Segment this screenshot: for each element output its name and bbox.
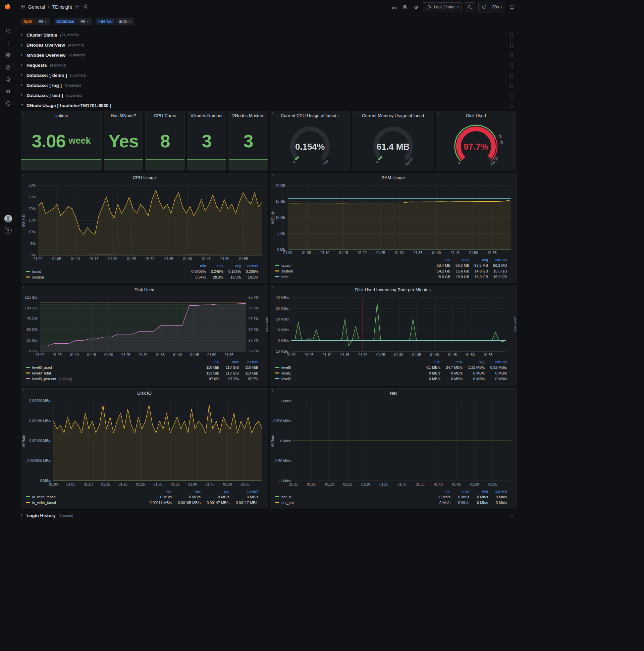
legend-series-level1[interactable]: level1: [275, 371, 418, 375]
breadcrumb-title[interactable]: TDinsight: [52, 4, 72, 10]
chart-plot-cpu[interactable]: 01:0001:0501:1001:1501:2001:2501:3001:35…: [21, 182, 268, 262]
panel-title[interactable]: Disk IO: [21, 389, 268, 398]
legend-col-avg[interactable]: avg: [469, 489, 488, 493]
save-dashboard-button[interactable]: [401, 4, 409, 10]
panel-title[interactable]: CPU Cores: [146, 111, 185, 120]
create-plus-icon[interactable]: [5, 40, 11, 46]
panel-title[interactable]: Disk Used Increasing Rate per Minute▾: [270, 285, 516, 294]
panel-title[interactable]: Disk Used: [437, 111, 516, 120]
configuration-gear-icon[interactable]: [5, 88, 11, 94]
legend-series-level0_total[interactable]: level0_total: [26, 371, 200, 375]
legend-col-max[interactable]: max: [206, 264, 223, 268]
row-database-log-[interactable]: ›Database: [ log ](5 panels): [21, 81, 517, 90]
legend-col-max[interactable]: max: [450, 489, 469, 493]
chart-plot-ram[interactable]: 01:0001:0501:1001:1501:2001:2501:3001:35…: [270, 182, 516, 256]
tv-mode-button[interactable]: [508, 4, 516, 10]
variable-value-Interval[interactable]: auto▾: [116, 18, 133, 25]
help-icon[interactable]: ?: [5, 227, 12, 234]
variable-label-Database[interactable]: Database: [54, 18, 77, 25]
legend-col-avg[interactable]: avg: [201, 489, 229, 493]
legend-col-avg[interactable]: avg: [469, 258, 488, 262]
legend-col-current[interactable]: current: [485, 360, 507, 364]
row-drag-handle-icon[interactable]: [510, 103, 513, 108]
row-mnodes-overview[interactable]: ›MNodes Overview(2 panels): [21, 50, 517, 60]
row-drag-handle-icon[interactable]: [510, 53, 513, 58]
legend-col-avg[interactable]: avg: [223, 264, 241, 268]
row-drag-handle-icon[interactable]: [510, 33, 513, 38]
legend-col-current[interactable]: current: [241, 264, 258, 268]
grafana-logo-icon[interactable]: [4, 3, 12, 13]
star-dashboard-icon[interactable]: ☆: [75, 4, 79, 10]
row-cluster-status[interactable]: ›Cluster Status(21 panels): [21, 30, 517, 40]
alerting-bell-icon[interactable]: [5, 76, 11, 82]
panel-title[interactable]: RAM Usage: [270, 173, 516, 182]
row-database-demo-[interactable]: ›Database: [ demo ](5 panels): [21, 70, 517, 80]
server-admin-shield-icon[interactable]: [5, 100, 11, 106]
legend-series-taosd[interactable]: taosd: [275, 264, 432, 268]
chart-plot-disk_io[interactable]: 01:0001:0501:1001:1501:2001:2501:3001:35…: [21, 398, 268, 488]
legend-col-max[interactable]: max: [441, 360, 462, 364]
row-database-test-[interactable]: ›Database: [ test ](5 panels): [21, 91, 517, 100]
legend-series-taosd[interactable]: taosd: [26, 270, 189, 274]
refresh-button[interactable]: [479, 2, 489, 12]
variable-value-Database[interactable]: All▾: [77, 18, 92, 25]
explore-compass-icon[interactable]: [5, 64, 11, 70]
dashboards-grid-icon[interactable]: [5, 52, 11, 58]
breadcrumb-section[interactable]: General: [28, 4, 45, 10]
legend-series-system[interactable]: system: [26, 275, 189, 279]
legend-col-max[interactable]: max: [172, 489, 201, 493]
legend-series-io_write_taosd[interactable]: io_write_taosd: [26, 501, 143, 505]
panel-title[interactable]: Uptime: [21, 111, 101, 120]
legend-series-level0_used[interactable]: level0_used: [26, 366, 200, 369]
row-dnodes-overview[interactable]: ›DNodes Overview(4 panels): [21, 40, 517, 50]
user-avatar[interactable]: [4, 215, 12, 222]
legend-series-total[interactable]: total: [275, 275, 432, 279]
legend-series-io_read_taosd[interactable]: io_read_taosd: [26, 495, 143, 499]
variable-label-Interval[interactable]: Interval: [96, 18, 116, 25]
chart-plot-disk_rate[interactable]: 01:0001:0501:1001:1501:2001:2501:3001:35…: [270, 294, 516, 358]
panel-title[interactable]: VNodes Number: [187, 111, 226, 120]
legend-col-min[interactable]: min: [200, 360, 219, 364]
panel-title[interactable]: Current CPU Usage of taosd▾: [270, 111, 350, 120]
row-drag-handle-icon[interactable]: [510, 42, 513, 48]
legend-series-net_out[interactable]: net_out: [275, 501, 432, 505]
legend-col-current[interactable]: current: [488, 489, 507, 493]
row-requests[interactable]: ›Requests(4 panels): [21, 60, 517, 70]
legend-col-max[interactable]: max: [450, 258, 469, 262]
panel-title[interactable]: Disk Used: [21, 285, 268, 294]
zoom-out-button[interactable]: [465, 2, 475, 12]
legend-series-system[interactable]: system: [275, 269, 432, 273]
variable-label-fqdn[interactable]: fqdn: [21, 18, 35, 25]
row-drag-handle-icon[interactable]: [510, 93, 513, 98]
legend-col-min[interactable]: min: [143, 489, 172, 493]
legend-col-min[interactable]: min: [432, 258, 450, 262]
variable-value-fqdn[interactable]: All▾: [36, 18, 50, 25]
dashboard-settings-button[interactable]: [412, 4, 420, 10]
panel-title[interactable]: Net: [270, 389, 516, 398]
legend-col-min[interactable]: min: [418, 360, 441, 364]
legend-col-current[interactable]: current: [488, 258, 507, 262]
row-drag-handle-icon[interactable]: [510, 63, 513, 68]
legend-series-level0[interactable]: level0: [275, 366, 418, 369]
refresh-interval-picker[interactable]: 30s▾: [489, 2, 505, 12]
search-icon[interactable]: [5, 28, 11, 34]
legend-col-max[interactable]: max: [219, 360, 239, 364]
legend-series-level0_percent[interactable]: level0_percent (right-y): [26, 377, 200, 381]
panel-title[interactable]: Current Memory Usage of taosd: [352, 111, 434, 120]
legend-col-min[interactable]: min: [432, 489, 450, 493]
chart-plot-disk_used[interactable]: 01:0001:0501:1001:1501:2001:2501:3001:35…: [21, 294, 268, 358]
add-panel-button[interactable]: [391, 4, 398, 10]
row-drag-handle-icon[interactable]: [510, 73, 513, 78]
legend-series-level2[interactable]: level2: [275, 377, 418, 381]
panel-title[interactable]: Has MNode?: [104, 111, 143, 120]
legend-series-net_in[interactable]: net_in: [275, 495, 432, 499]
row-dnode-usage[interactable]: › DNode Usage [ huolinhe-TM1701:6030 ]: [21, 101, 517, 110]
panel-title[interactable]: CPU Usage: [21, 173, 268, 182]
row-drag-handle-icon[interactable]: [510, 513, 513, 518]
panel-title[interactable]: VNodes Masters: [229, 111, 268, 120]
legend-col-avg[interactable]: avg: [462, 360, 485, 364]
legend-col-current[interactable]: current: [239, 360, 258, 364]
row-drag-handle-icon[interactable]: [510, 83, 513, 88]
time-range-picker[interactable]: Last 1 hour ▾: [423, 2, 462, 12]
row-login-history[interactable]: › Login History (1 panel): [21, 511, 517, 520]
